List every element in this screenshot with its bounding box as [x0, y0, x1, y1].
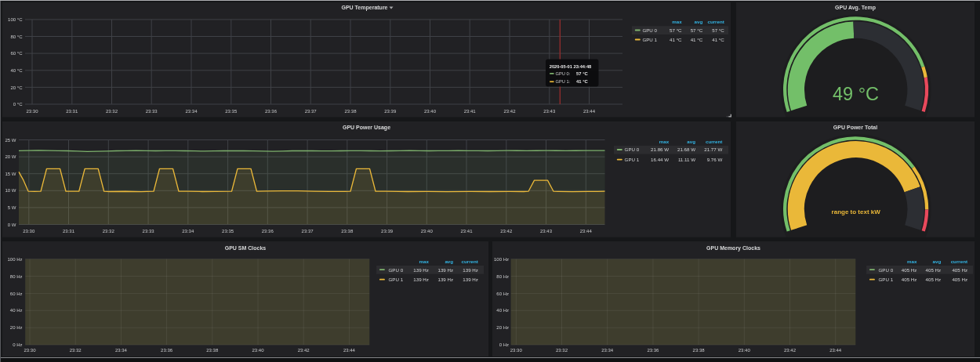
svg-text:GPU 1: GPU 1 [625, 157, 640, 162]
svg-text:20 Hz: 20 Hz [496, 325, 509, 330]
svg-text:60 Hz: 60 Hz [10, 291, 23, 296]
svg-text:20 Hz: 20 Hz [10, 325, 23, 330]
svg-text:5 W: 5 W [8, 205, 16, 210]
svg-text:49 °C: 49 °C [833, 84, 879, 104]
svg-text:23:43: 23:43 [543, 109, 556, 114]
svg-text:0 W: 0 W [8, 223, 16, 227]
svg-text:max: max [659, 139, 670, 144]
svg-text:23:42: 23:42 [784, 348, 797, 353]
svg-text:23:36: 23:36 [647, 348, 659, 353]
svg-text:23:32: 23:32 [70, 348, 82, 353]
svg-text:23:44: 23:44 [580, 229, 593, 233]
svg-text:80 Hz: 80 Hz [496, 274, 509, 279]
svg-text:80 °C: 80 °C [10, 34, 23, 39]
svg-text:23:31: 23:31 [63, 229, 75, 233]
svg-text:23:34: 23:34 [185, 109, 198, 114]
svg-text:23:43: 23:43 [540, 229, 553, 233]
svg-text:GPU 1: GPU 1 [879, 277, 894, 282]
svg-text:40 Hz: 40 Hz [496, 308, 509, 313]
svg-text:10 W: 10 W [5, 188, 16, 193]
svg-text:23:40: 23:40 [424, 109, 437, 114]
svg-text:0 Hz: 0 Hz [499, 342, 509, 347]
svg-text:23:42: 23:42 [503, 109, 516, 114]
svg-text:23:44: 23:44 [829, 348, 842, 353]
svg-text:23:37: 23:37 [305, 109, 318, 114]
svg-text:23:34: 23:34 [601, 348, 614, 353]
svg-text:405 Hz: 405 Hz [926, 267, 942, 273]
svg-text:range to text kW: range to text kW [832, 208, 881, 215]
svg-text:23:34: 23:34 [182, 229, 194, 233]
svg-text:avg: avg [687, 139, 695, 144]
svg-text:GPU 0: GPU 0 [879, 267, 894, 273]
svg-text:0 °C: 0 °C [13, 102, 23, 107]
svg-text:23:44: 23:44 [343, 348, 356, 353]
svg-text:current: current [462, 259, 478, 264]
svg-text:57 °C: 57 °C [670, 27, 682, 33]
svg-text:23:35: 23:35 [225, 109, 238, 114]
svg-text:max: max [419, 259, 430, 264]
svg-text:GPU 0:: GPU 0: [556, 71, 571, 76]
svg-text:405 Hz: 405 Hz [952, 277, 967, 282]
svg-text:GPU SM Clocks: GPU SM Clocks [225, 245, 267, 251]
svg-text:23:36: 23:36 [161, 348, 173, 353]
svg-text:0 Hz: 0 Hz [13, 342, 22, 347]
svg-text:405 Hz: 405 Hz [902, 267, 917, 273]
svg-text:23:30: 23:30 [510, 348, 523, 353]
svg-text:23:36: 23:36 [265, 109, 278, 114]
svg-text:max: max [907, 259, 917, 264]
svg-text:23:32: 23:32 [106, 109, 118, 114]
svg-text:GPU 1: GPU 1 [642, 37, 657, 42]
svg-text:405 Hz: 405 Hz [902, 277, 917, 282]
svg-text:23:36: 23:36 [262, 229, 274, 233]
svg-text:23:33: 23:33 [143, 229, 155, 233]
svg-text:139 Hz: 139 Hz [413, 267, 429, 273]
svg-text:current: current [951, 259, 967, 264]
svg-text:23:42: 23:42 [298, 348, 310, 353]
svg-text:23:38: 23:38 [693, 348, 706, 353]
svg-text:23:39: 23:39 [381, 229, 394, 233]
svg-text:23:31: 23:31 [66, 109, 78, 114]
svg-text:405 Hz: 405 Hz [952, 267, 967, 273]
svg-text:GPU 1:: GPU 1: [556, 79, 571, 84]
svg-text:60 Hz: 60 Hz [496, 291, 509, 296]
svg-text:GPU 0: GPU 0 [625, 147, 640, 152]
svg-text:current: current [706, 139, 722, 144]
svg-text:23:40: 23:40 [739, 348, 751, 353]
svg-text:60 °C: 60 °C [10, 51, 23, 56]
svg-text:20 W: 20 W [5, 154, 16, 159]
svg-text:21.86 W: 21.86 W [651, 147, 669, 152]
svg-text:23:33: 23:33 [146, 109, 158, 114]
svg-text:57 °C: 57 °C [691, 27, 703, 33]
svg-text:25 W: 25 W [5, 138, 16, 143]
svg-text:23:34: 23:34 [115, 348, 128, 353]
svg-text:80 Hz: 80 Hz [10, 274, 23, 279]
svg-text:21.77 W: 21.77 W [704, 147, 722, 152]
svg-text:23:41: 23:41 [464, 109, 477, 114]
svg-text:GPU 0: GPU 0 [642, 27, 657, 33]
svg-text:23:38: 23:38 [341, 229, 354, 233]
svg-text:GPU Memory Clocks: GPU Memory Clocks [706, 245, 760, 252]
svg-text:23:30: 23:30 [23, 229, 35, 233]
svg-text:23:30: 23:30 [24, 348, 36, 353]
svg-text:GPU Power Total: GPU Power Total [833, 125, 877, 130]
svg-text:avg: avg [695, 19, 703, 24]
svg-text:20 °C: 20 °C [10, 85, 23, 90]
svg-text:GPU Power Usage: GPU Power Usage [343, 125, 390, 131]
svg-text:23:42: 23:42 [500, 229, 513, 233]
svg-text:139 Hz: 139 Hz [463, 277, 478, 282]
svg-text:max: max [672, 19, 682, 24]
svg-text:15 W: 15 W [5, 172, 16, 176]
svg-text:current: current [707, 19, 724, 24]
svg-text:405 Hz: 405 Hz [926, 277, 942, 282]
svg-text:9.76 W: 9.76 W [707, 157, 723, 162]
svg-text:100 Hz: 100 Hz [7, 257, 22, 262]
svg-text:11.11 W: 11.11 W [678, 157, 695, 162]
svg-text:139 Hz: 139 Hz [437, 277, 453, 282]
svg-text:GPU 0: GPU 0 [389, 267, 404, 273]
svg-text:23:38: 23:38 [344, 109, 357, 114]
svg-text:GPU Avg. Temp: GPU Avg. Temp [835, 5, 876, 11]
svg-text:GPU Temperature: GPU Temperature [342, 5, 388, 11]
svg-text:100 Hz: 100 Hz [494, 257, 509, 262]
svg-text:23:40: 23:40 [252, 348, 264, 353]
svg-text:23:30: 23:30 [26, 109, 38, 114]
